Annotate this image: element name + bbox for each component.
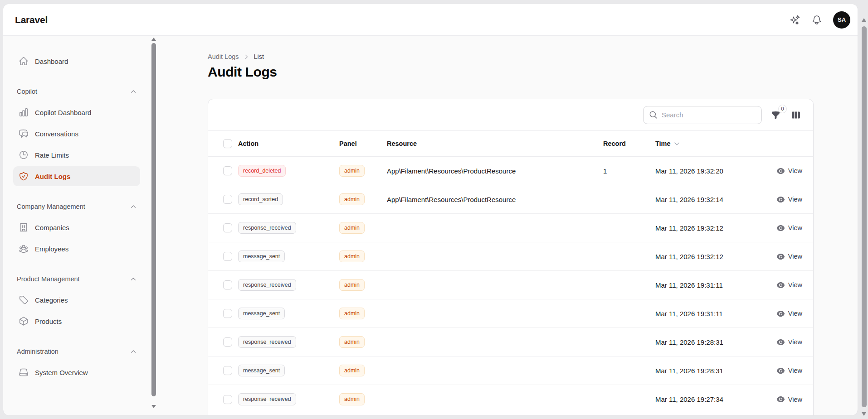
row-checkbox[interactable] (223, 337, 232, 347)
time-cell: Mar 11, 2026 19:32:14 (655, 196, 748, 203)
time-cell: Mar 11, 2026 19:32:12 (655, 224, 748, 232)
breadcrumb: Audit Logs List (208, 53, 814, 60)
sidebar-item-dashboard[interactable]: Dashboard (13, 51, 140, 71)
table-card: 0 Action Panel Resource Record Time (208, 99, 814, 415)
chat-bubbles-icon (19, 129, 29, 139)
group-toggle-copilot[interactable]: Copilot (13, 86, 140, 97)
breadcrumb-parent[interactable]: Audit Logs (208, 53, 239, 60)
search-input[interactable] (662, 111, 756, 119)
sparkles-icon[interactable] (790, 14, 800, 25)
action-badge: response_received (238, 393, 296, 405)
eye-icon (776, 252, 785, 261)
panel-badge: admin (339, 250, 365, 263)
panel-badge: admin (339, 222, 365, 234)
table-row: response_received admin Mar 11, 2026 19:… (208, 385, 813, 414)
row-checkbox[interactable] (223, 252, 232, 261)
bell-icon[interactable] (811, 14, 822, 25)
filter-button[interactable]: 0 (771, 110, 782, 120)
eye-icon (776, 167, 785, 175)
breadcrumb-current: List (254, 53, 264, 60)
scroll-down-arrow[interactable] (151, 405, 156, 408)
tag-icon (19, 295, 29, 305)
select-all-checkbox[interactable] (223, 139, 232, 148)
chevron-up-icon (130, 348, 137, 355)
panel-badge: admin (339, 279, 365, 291)
chevron-right-icon (244, 54, 249, 60)
column-header-record[interactable]: Record (603, 140, 655, 147)
row-checkbox[interactable] (223, 395, 232, 404)
view-button[interactable]: View (776, 338, 802, 347)
view-button[interactable]: View (776, 195, 802, 204)
sidebar-item-copilot-dashboard[interactable]: Copilot Dashboard (13, 102, 140, 122)
scroll-up-arrow[interactable] (151, 38, 156, 41)
action-badge: message_sent (238, 308, 285, 320)
time-cell: Mar 11, 2026 19:28:31 (655, 367, 748, 375)
sidebar-item-label: Employees (35, 245, 68, 253)
group-toggle-company-management[interactable]: Company Management (13, 201, 140, 212)
view-button[interactable]: View (776, 366, 802, 375)
view-button[interactable]: View (776, 252, 802, 261)
toggle-columns-button[interactable] (791, 110, 801, 120)
action-badge: record_deleted (238, 165, 286, 177)
record-cell: 1 (603, 167, 655, 175)
sidebar-item-label: Companies (35, 224, 69, 231)
group-toggle-administration[interactable]: Administration (13, 346, 140, 357)
scroll-down-arrow[interactable] (862, 412, 866, 416)
scroll-up-arrow[interactable] (862, 18, 866, 22)
view-button[interactable]: View (776, 224, 802, 232)
column-header-time[interactable]: Time (655, 140, 748, 147)
panel-badge: admin (339, 336, 365, 348)
sidebar-item-categories[interactable]: Categories (13, 290, 140, 310)
group-label: Administration (17, 348, 59, 355)
sidebar-item-products[interactable]: Products (13, 311, 140, 331)
topbar: Laravel SA (3, 4, 858, 36)
view-button[interactable]: View (776, 281, 802, 289)
sidebar-item-companies[interactable]: Companies (13, 217, 140, 237)
brand-logo[interactable]: Laravel (15, 14, 48, 25)
eye-icon (776, 395, 785, 404)
sidebar-group-product-management: Product Management Categories Products (15, 274, 138, 331)
row-checkbox[interactable] (223, 309, 232, 318)
group-label: Company Management (17, 203, 85, 210)
table-row: response_received admin Mar 11, 2026 19:… (208, 214, 813, 242)
clock-icon (19, 150, 29, 160)
scrollbar-thumb[interactable] (862, 26, 867, 407)
eye-icon (776, 309, 785, 318)
column-header-resource[interactable]: Resource (387, 140, 603, 147)
table-header-row: Action Panel Resource Record Time (208, 131, 813, 157)
sidebar-item-rate-limits[interactable]: Rate Limits (13, 145, 140, 165)
view-button[interactable]: View (776, 309, 802, 318)
view-button[interactable]: View (776, 395, 802, 404)
group-label: Copilot (17, 88, 37, 95)
panel-badge: admin (339, 365, 365, 377)
panel-badge: admin (339, 165, 365, 177)
sidebar-item-system-overview[interactable]: System Overview (13, 362, 140, 382)
row-checkbox[interactable] (223, 366, 232, 375)
main-content: Audit Logs List Audit Logs 0 (156, 36, 858, 415)
sidebar-item-employees[interactable]: Employees (13, 239, 140, 259)
row-checkbox[interactable] (223, 223, 232, 232)
eye-icon (776, 338, 785, 347)
sidebar-item-conversations[interactable]: Conversations (13, 124, 140, 144)
column-header-panel[interactable]: Panel (339, 140, 387, 147)
sidebar: Dashboard Copilot Copilot Dashboard Conv… (3, 36, 156, 415)
sidebar-scrollbar[interactable] (150, 36, 156, 415)
row-checkbox[interactable] (223, 166, 232, 175)
avatar[interactable]: SA (833, 11, 850, 29)
users-icon (19, 244, 29, 254)
sidebar-item-label: Categories (35, 296, 68, 304)
view-button[interactable]: View (776, 167, 802, 175)
page-scrollbar[interactable] (861, 15, 868, 419)
group-toggle-product-management[interactable]: Product Management (13, 274, 140, 284)
sidebar-item-audit-logs[interactable]: Audit Logs (13, 166, 140, 186)
eye-icon (776, 224, 785, 232)
row-checkbox[interactable] (223, 280, 232, 289)
table-row: message_sent admin Mar 11, 2026 19:28:31… (208, 356, 813, 385)
row-checkbox[interactable] (223, 195, 232, 204)
column-header-action[interactable]: Action (238, 140, 339, 147)
scrollbar-thumb[interactable] (151, 43, 156, 396)
sidebar-item-label: Copilot Dashboard (35, 109, 91, 116)
time-cell: Mar 11, 2026 19:32:20 (655, 167, 748, 175)
sidebar-item-label: Dashboard (35, 58, 68, 65)
columns-icon (791, 110, 801, 120)
